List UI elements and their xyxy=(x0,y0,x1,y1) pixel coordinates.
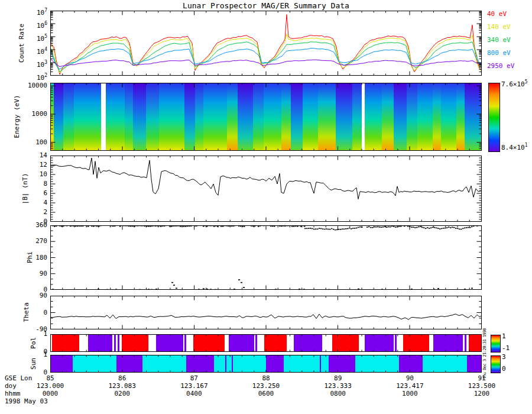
countrate-plot-area xyxy=(50,11,482,76)
xaxis-row-doy: doy xyxy=(5,382,17,390)
y-tick-label: 103 xyxy=(0,59,47,69)
panel-count-rate xyxy=(50,11,482,76)
y-tick-label: 0 xyxy=(0,309,47,316)
y-tick-label: 4 xyxy=(0,199,47,206)
y-tick-label: 180 xyxy=(0,254,47,261)
legend-item: 800 eV xyxy=(487,49,511,57)
lunar-prospector-summary-plot: Lunar Prospector MAG/ER Summary Data Cou… xyxy=(0,0,532,414)
colorbar-min-label: 8.4×101 xyxy=(501,143,528,151)
ylabel-sun: Sun xyxy=(30,358,37,370)
x-tick-value: 0200 xyxy=(99,390,146,397)
creation-timestamp: Thu Dec 3 21:28:31 1998 xyxy=(482,328,487,379)
pol-colorbar xyxy=(491,335,501,352)
x-tick-value: 123.250 xyxy=(242,382,290,390)
y-tick-label: 14 xyxy=(0,152,47,159)
y-tick-label: 107 xyxy=(0,7,47,17)
phi-plot-area xyxy=(50,225,482,290)
xaxis-row-hhmm: hhmm xyxy=(5,390,21,397)
sun-plot-area xyxy=(50,355,482,373)
x-tick-value: 87 xyxy=(170,374,218,382)
y-tick-label: 10000 xyxy=(0,82,47,89)
legend-item: 40 eV xyxy=(487,10,507,18)
xaxis-date: 1998 May 03 xyxy=(5,397,48,405)
panel-theta xyxy=(50,296,482,329)
x-tick-value: 0600 xyxy=(242,390,290,397)
y-tick-label: 10 xyxy=(0,171,47,178)
x-tick-value: 123.500 xyxy=(458,382,505,390)
series-|b| xyxy=(50,158,482,199)
y-tick-label: 6 xyxy=(0,190,47,197)
y-tick-label: 1000 xyxy=(0,111,47,118)
y-tick-label: 102 xyxy=(0,72,47,82)
y-tick-label: 105 xyxy=(0,33,47,43)
y-tick-label: 90 xyxy=(0,270,47,277)
y-tick-label: 360 xyxy=(0,222,47,229)
x-tick-value: 86 xyxy=(99,374,146,382)
y-tick-label: 1 xyxy=(0,351,47,358)
series-theta xyxy=(50,314,482,320)
series-800-ev xyxy=(50,48,482,70)
series-340-ev xyxy=(50,42,482,72)
x-tick-value: 0800 xyxy=(314,390,362,397)
x-tick-value: 123.000 xyxy=(27,382,74,390)
colorbar-max-label: 7.6×105 xyxy=(501,79,528,88)
y-tick-label: 270 xyxy=(0,238,47,245)
theta-plot-area xyxy=(50,296,482,329)
sun-scale-min: 0 xyxy=(502,365,506,373)
x-tick-value: 123.417 xyxy=(386,382,433,390)
ylabel-pol: Pol xyxy=(30,337,37,349)
panel-b-magnitude xyxy=(50,156,482,222)
y-tick-label: 106 xyxy=(0,20,47,30)
pol-plot-area xyxy=(50,334,482,352)
y-tick-label: 8 xyxy=(0,180,47,187)
energy-plot-area xyxy=(50,83,482,151)
x-tick-value: 123.167 xyxy=(170,382,218,390)
panel-sun xyxy=(50,355,482,373)
pol-scale-max: 1 xyxy=(502,332,506,340)
y-tick-label: 12 xyxy=(0,161,47,169)
legend-item: 340 eV xyxy=(487,36,511,44)
x-tick-value: 89 xyxy=(314,374,362,382)
bmag-plot-area xyxy=(50,156,482,222)
x-tick-value: 91 xyxy=(458,374,505,382)
x-tick-value: 0000 xyxy=(27,390,74,397)
x-tick-value: 0400 xyxy=(170,390,218,397)
y-tick-label: 100 xyxy=(0,139,47,146)
panel-pol xyxy=(50,334,482,352)
spectrogram-colorbar xyxy=(488,83,500,152)
panel-energy-spectrogram xyxy=(50,83,482,151)
y-tick-label: 104 xyxy=(0,46,47,56)
x-tick-value: 88 xyxy=(242,374,290,382)
y-tick-label: 90 xyxy=(0,292,47,299)
x-tick-value: 1000 xyxy=(386,390,433,397)
x-tick-value: 123.333 xyxy=(314,382,362,390)
panel-phi xyxy=(50,225,482,290)
x-tick-value: 1200 xyxy=(458,390,505,397)
ylabel-count-rate: Count Rate xyxy=(18,24,25,63)
page-title: Lunar Prospector MAG/ER Summary Data xyxy=(0,1,532,10)
y-tick-label: 2 xyxy=(0,209,47,216)
legend-item: 140 eV xyxy=(487,23,511,31)
sun-scale-max: 3 xyxy=(502,353,506,361)
pol-scale-min: -1 xyxy=(502,344,510,352)
y-tick-label: 1 xyxy=(0,331,47,338)
y-tick-label: 0 xyxy=(0,369,47,376)
sun-colorbar xyxy=(491,355,501,373)
x-tick-value: 123.083 xyxy=(99,382,146,390)
legend-item: 2950 eV xyxy=(487,62,514,70)
x-tick-value: 90 xyxy=(386,374,433,382)
